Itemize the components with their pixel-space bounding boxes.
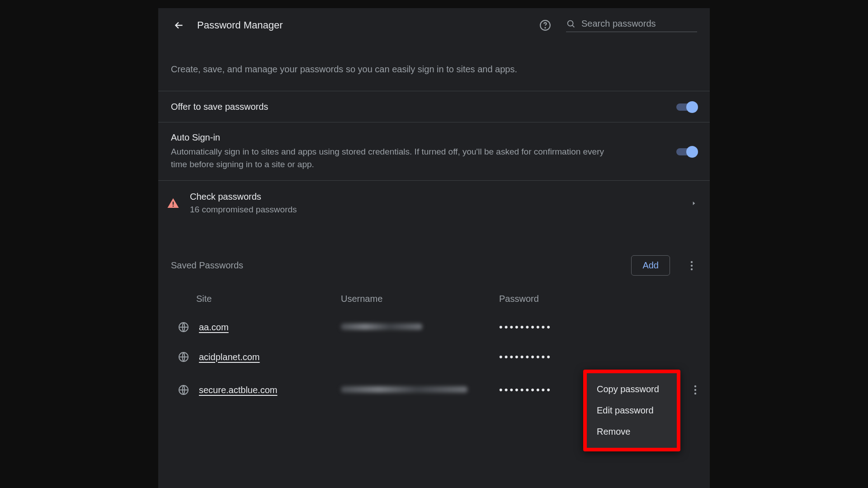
svg-point-7: [691, 268, 693, 270]
password-cell: ••••••••••: [499, 321, 701, 333]
site-link[interactable]: secure.actblue.com: [196, 385, 341, 395]
password-row: aa.com ••••••••••: [158, 312, 710, 342]
search-input[interactable]: [581, 19, 697, 29]
site-link[interactable]: acidplanet.com: [196, 352, 341, 362]
check-passwords-row[interactable]: Check passwords 16 compromised passwords: [158, 181, 710, 228]
password-context-menu: Copy password Edit password Remove: [583, 370, 680, 451]
password-manager-panel: Password Manager Create, save, and manag…: [158, 8, 710, 488]
header: Password Manager: [158, 8, 710, 43]
search-field[interactable]: [566, 19, 697, 32]
back-button[interactable]: [171, 17, 187, 33]
offer-save-toggle[interactable]: [676, 101, 697, 112]
column-username: Username: [341, 294, 499, 304]
svg-point-14: [694, 393, 696, 394]
setting-title: Offer to save passwords: [171, 102, 676, 112]
svg-point-13: [694, 389, 696, 391]
setting-title: Auto Sign-in: [171, 132, 676, 143]
help-icon[interactable]: [537, 17, 553, 33]
setting-description: Automatically sign in to sites and apps …: [171, 145, 614, 170]
username-cell: [341, 385, 499, 395]
search-icon: [566, 19, 576, 29]
context-remove[interactable]: Remove: [587, 421, 677, 442]
column-site: Site: [196, 294, 341, 304]
password-cell: ••••••••••: [499, 351, 701, 363]
svg-point-6: [691, 264, 693, 266]
column-password: Password: [499, 294, 697, 304]
context-copy-password[interactable]: Copy password: [587, 379, 677, 400]
svg-point-1: [545, 28, 545, 28]
row-more-icon[interactable]: [690, 381, 701, 399]
saved-more-icon[interactable]: [686, 258, 697, 274]
globe-icon: [178, 352, 189, 362]
svg-rect-3: [173, 202, 174, 205]
saved-passwords-title: Saved Passwords: [171, 260, 631, 271]
svg-point-2: [568, 20, 573, 26]
check-passwords-title: Check passwords: [190, 192, 691, 202]
table-header: Site Username Password: [158, 284, 710, 312]
setting-auto-signin: Auto Sign-in Automatically sign in to si…: [158, 122, 710, 180]
password-row: acidplanet.com ••••••••••: [158, 342, 710, 372]
context-edit-password[interactable]: Edit password: [587, 400, 677, 421]
chevron-right-icon: [691, 200, 697, 206]
saved-passwords-header: Saved Passwords Add: [158, 228, 710, 284]
username-cell: [341, 322, 499, 332]
page-title: Password Manager: [197, 19, 283, 31]
add-password-button[interactable]: Add: [631, 255, 670, 276]
intro-text: Create, save, and manage your passwords …: [158, 43, 710, 91]
globe-icon: [178, 385, 189, 395]
globe-icon: [178, 322, 189, 333]
check-passwords-subtitle: 16 compromised passwords: [190, 205, 691, 215]
svg-point-5: [691, 261, 693, 263]
site-link[interactable]: aa.com: [196, 322, 341, 333]
svg-point-12: [694, 385, 696, 387]
warning-icon: [165, 196, 181, 211]
auto-signin-toggle[interactable]: [676, 146, 697, 157]
svg-rect-4: [173, 206, 174, 206]
setting-offer-save: Offer to save passwords: [158, 91, 710, 122]
